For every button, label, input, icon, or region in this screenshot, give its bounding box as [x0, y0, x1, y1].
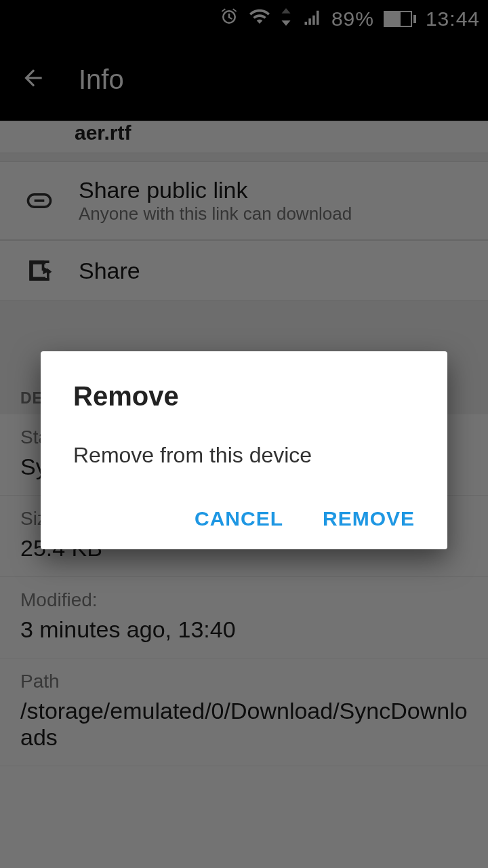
- remove-button[interactable]: REMOVE: [323, 507, 415, 530]
- remove-dialog: Remove Remove from this device CANCEL RE…: [41, 351, 447, 549]
- dialog-title: Remove: [73, 381, 415, 412]
- cancel-button[interactable]: CANCEL: [195, 507, 283, 530]
- dialog-message: Remove from this device: [73, 443, 415, 468]
